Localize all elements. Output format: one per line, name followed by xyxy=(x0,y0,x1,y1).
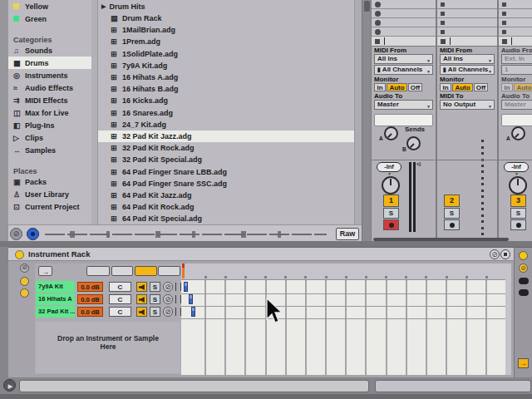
hot-swap-preview-icon[interactable]: ⊘ xyxy=(10,228,22,240)
rack-mode-button[interactable] xyxy=(111,266,133,276)
send-a-knob[interactable] xyxy=(511,126,525,140)
browser-file-item[interactable]: ⊞ 1Prem.adg xyxy=(98,36,354,47)
chain-pan-field[interactable]: C xyxy=(109,282,131,292)
sidebar-place-item[interactable]: ♙ User Library xyxy=(8,188,97,200)
chain-volume-field[interactable]: 0.0 dB xyxy=(77,294,103,304)
browser-file-item[interactable]: ⊞ 32 Pad Kit Special.adg xyxy=(98,154,354,165)
play-status-icon[interactable]: ▶ xyxy=(3,379,16,392)
monitor-in-button[interactable]: In xyxy=(440,83,451,91)
device-on-icon[interactable] xyxy=(519,251,528,260)
sidebar-category-item[interactable]: ≈ Audio Effects xyxy=(8,81,97,94)
fold-button[interactable] xyxy=(519,278,529,284)
chain-activator-button[interactable] xyxy=(136,307,147,317)
folder-disclosure-icon[interactable]: ▶ xyxy=(101,3,106,10)
clip-slot[interactable] xyxy=(499,0,532,9)
track-activator[interactable]: 1 xyxy=(383,195,399,207)
chain-pan-field[interactable]: C xyxy=(109,307,131,317)
clip-slot[interactable] xyxy=(499,27,532,37)
chain-volume-field[interactable]: 0.0 dB xyxy=(77,282,103,292)
clip-slot[interactable] xyxy=(372,27,436,37)
color-label-item[interactable]: Yellow xyxy=(8,0,97,12)
chain-hot-swap-icon[interactable]: ⊘ xyxy=(163,307,173,317)
solo-button[interactable]: S xyxy=(510,208,526,219)
clip-stop-icon[interactable] xyxy=(441,12,445,16)
rack-mode-button[interactable] xyxy=(135,266,157,276)
clip-stop-slot[interactable] xyxy=(499,37,532,47)
monitor-auto-button[interactable]: Auto xyxy=(514,83,532,91)
midi-channel-select[interactable]: ▮All Channels▼ xyxy=(440,65,495,75)
sidebar-place-item[interactable]: ⊡ Current Project xyxy=(8,200,97,213)
browser-file-item[interactable]: ⊞ 64 Pad Finger Snare LBB.adg xyxy=(98,165,354,177)
fold-button[interactable] xyxy=(519,289,529,296)
midi-from-select[interactable]: All Ins▼ xyxy=(374,54,433,64)
save-preset-icon[interactable] xyxy=(500,249,510,259)
sidebar-scrollbar[interactable] xyxy=(91,0,97,224)
browser-file-item[interactable]: ⊞ 64 Pad Kit Special.adg xyxy=(98,213,354,224)
sidebar-category-item[interactable]: ↔ Samples xyxy=(8,144,97,156)
clip-stop-slot[interactable] xyxy=(372,37,436,47)
chain-solo-button[interactable]: S xyxy=(150,294,160,304)
clip-slot[interactable] xyxy=(437,9,497,18)
hot-swap-icon[interactable]: ⊘ xyxy=(490,249,500,259)
clip-slot[interactable] xyxy=(372,9,436,18)
audio-to-select[interactable]: Master▼ xyxy=(374,100,433,110)
arm-button[interactable] xyxy=(510,219,526,230)
monitor-auto-button[interactable]: Auto xyxy=(387,83,407,91)
browser-file-item[interactable]: ⊞ 24_7 Kit.adg xyxy=(98,119,354,131)
clip-slot[interactable] xyxy=(499,18,532,27)
chain-solo-button[interactable]: S xyxy=(150,307,160,317)
browser-file-item[interactable]: ▤ Drum Rack xyxy=(98,12,354,24)
browser-file-item[interactable]: ⊞ 64 Pad Kit Jazz.adg xyxy=(98,190,354,201)
raw-button[interactable]: Raw xyxy=(336,228,359,240)
midi-to-select[interactable]: No Output▼ xyxy=(440,100,495,110)
sidebar-category-item[interactable]: ⇉ MIDI Effects xyxy=(8,94,97,106)
pan-knob[interactable] xyxy=(509,176,527,195)
midi-channel-select[interactable]: ▮All Channels▼ xyxy=(374,65,433,75)
auto-select-button[interactable]: → xyxy=(38,266,52,276)
chain-row[interactable]: 7y9A Kit 0.0 dB C S ⊘ xyxy=(35,281,181,293)
clip-stop-slot[interactable] xyxy=(437,37,497,47)
browser-file-item[interactable]: ⊞ 64 Pad Kit Rock.adg xyxy=(98,201,354,213)
clip-record-icon[interactable] xyxy=(375,11,381,17)
send-b-knob[interactable] xyxy=(406,136,421,150)
browser-file-item[interactable]: ⊞ 64 Pad Finger Snare SSC.adg xyxy=(98,178,354,190)
solo-button[interactable]: S xyxy=(444,208,460,219)
sidebar-category-item[interactable]: ◎ Instruments xyxy=(8,69,97,81)
sidebar-category-item[interactable]: ◫ Max for Live xyxy=(8,106,97,119)
chain-row[interactable]: 16 Hihats A 0.0 dB C S ⊘ xyxy=(35,293,181,305)
chain-activator-button[interactable] xyxy=(136,282,147,292)
rack-mode-button[interactable] xyxy=(158,266,180,276)
clip-stop-icon[interactable] xyxy=(441,2,445,7)
arm-button[interactable] xyxy=(444,219,460,230)
track-activator[interactable]: 2 xyxy=(444,195,460,207)
fold-device-icon[interactable]: ⊘ xyxy=(20,264,29,273)
browser-scroll-thumb[interactable] xyxy=(364,1,370,12)
clip-slot[interactable] xyxy=(437,27,497,37)
chain-name[interactable]: 16 Hihats A xyxy=(36,293,75,305)
audio-channel-select[interactable]: 1▼ xyxy=(501,65,532,75)
clip-stop-icon[interactable] xyxy=(441,30,445,34)
monitor-off-button[interactable]: Off xyxy=(474,83,488,91)
drag-handle-icon[interactable] xyxy=(175,308,181,316)
device-title-bar[interactable]: Instrument Rack ⊘ xyxy=(8,248,532,261)
clip-record-icon[interactable] xyxy=(375,2,381,7)
monitor-in-button[interactable]: In xyxy=(374,83,386,91)
preview-play-icon[interactable] xyxy=(27,228,39,240)
sidebar-place-item[interactable]: ▣ Packs xyxy=(8,175,97,188)
drag-handle-icon[interactable] xyxy=(175,295,181,303)
midi-from-select[interactable]: All Ins▼ xyxy=(440,54,495,64)
browser-file-item[interactable]: ⊞ 16 Hihats A.adg xyxy=(98,71,354,83)
clip-stop-icon[interactable] xyxy=(502,30,506,34)
clip-stop-icon[interactable] xyxy=(502,12,506,16)
browser-file-item[interactable]: ⊞ 16 Kicks.adg xyxy=(98,95,354,106)
clip-stop-icon[interactable] xyxy=(502,2,506,7)
browser-file-item[interactable]: ⊞ 1MailBrian.adg xyxy=(98,24,354,36)
clip-stop-icon[interactable] xyxy=(441,39,446,44)
chain-volume-field[interactable]: 0.0 dB xyxy=(77,307,103,317)
browser-file-item[interactable]: ⊞ 32 Pad Kit Rock.adg xyxy=(98,142,354,154)
chain-hot-swap-icon[interactable]: ⊘ xyxy=(163,294,173,304)
sidebar-category-item[interactable]: ▦ Drums xyxy=(8,57,97,69)
chain-activator-button[interactable] xyxy=(136,294,147,304)
chain-pan-field[interactable]: C xyxy=(109,294,131,304)
clip-slot[interactable] xyxy=(499,9,532,18)
